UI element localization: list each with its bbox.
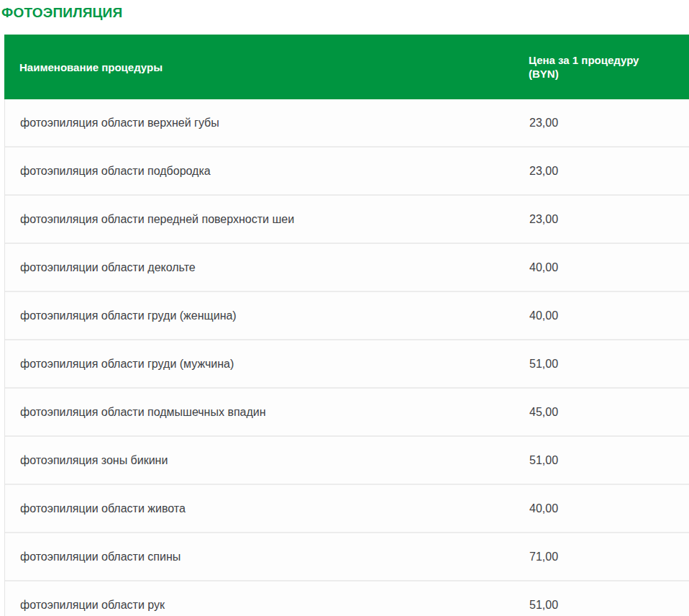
procedure-name-cell: фотоэпиляции области рук [5, 598, 514, 612]
column-header-price-label: Цена за 1 процедуру (BYN) [529, 53, 654, 81]
price-cell: 40,00 [514, 309, 689, 323]
table-row: фотоэпиляции области декольте 40,00 [5, 244, 689, 292]
table-row: фотоэпиляции области рук 51,00 [5, 581, 689, 616]
procedure-name-cell: фотоэпиляция области груди (мужчина) [5, 357, 514, 371]
price-cell: 23,00 [514, 212, 689, 227]
procedure-name-cell: фотоэпиляция области верхней губы [5, 116, 514, 130]
column-header-procedure-name: Наименование процедуры [4, 60, 514, 74]
table-header-row: Наименование процедуры Цена за 1 процеду… [4, 35, 689, 99]
procedure-name-cell: фотоэпиляции области декольте [5, 261, 514, 275]
procedure-name-cell: фотоэпиляция зоны бикини [5, 453, 514, 468]
column-header-price: Цена за 1 процедуру (BYN) [514, 53, 689, 81]
table-row: фотоэпиляции области живота 40,00 [5, 485, 689, 533]
table-row: фотоэпиляция области груди (мужчина) 51,… [5, 340, 689, 389]
table-row: фотоэпиляция области подбородка 23,00 [5, 148, 689, 196]
price-cell: 51,00 [514, 453, 689, 468]
price-cell: 40,00 [514, 261, 689, 275]
price-table: Наименование процедуры Цена за 1 процеду… [4, 35, 689, 616]
price-cell: 51,00 [514, 598, 689, 612]
table-row: фотоэпиляция области передней поверхност… [5, 196, 689, 244]
procedure-name-cell: фотоэпиляции области спины [5, 550, 514, 564]
page-title: ФОТОЭПИЛЯЦИЯ [0, 0, 689, 20]
table-row: фотоэпиляция области груди (женщина) 40,… [5, 292, 689, 340]
procedure-name-cell: фотоэпиляция области подбородка [5, 164, 514, 178]
price-cell: 40,00 [514, 502, 689, 516]
price-cell: 23,00 [514, 164, 689, 178]
table-body: фотоэпиляция области верхней губы 23,00 … [4, 99, 689, 616]
table-row: фотоэпиляция области верхней губы 23,00 [5, 99, 689, 148]
price-cell: 23,00 [514, 116, 689, 130]
table-row: фотоэпиляция зоны бикини 51,00 [5, 437, 689, 485]
price-cell: 71,00 [514, 550, 689, 564]
procedure-name-cell: фотоэпиляция области подмышечных впадин [5, 405, 514, 420]
procedure-name-cell: фотоэпиляции области живота [5, 502, 514, 516]
price-cell: 51,00 [514, 357, 689, 371]
procedure-name-cell: фотоэпиляция области груди (женщина) [5, 309, 514, 323]
price-cell: 45,00 [514, 405, 689, 420]
table-row: фотоэпиляции области спины 71,00 [5, 533, 689, 581]
procedure-name-cell: фотоэпиляция области передней поверхност… [5, 212, 514, 227]
table-row: фотоэпиляция области подмышечных впадин … [5, 389, 689, 437]
